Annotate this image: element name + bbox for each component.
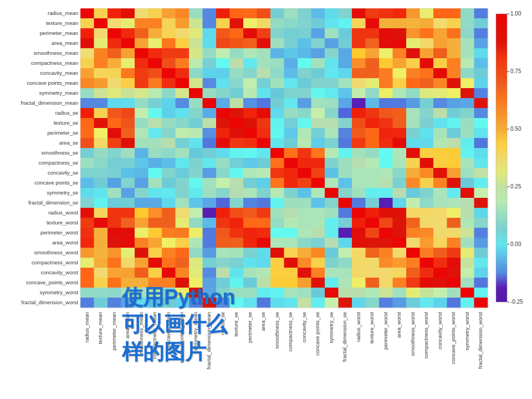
- main-container: 使用Python可以画什么样的图片: [0, 0, 532, 399]
- heatmap-canvas: [0, 0, 532, 399]
